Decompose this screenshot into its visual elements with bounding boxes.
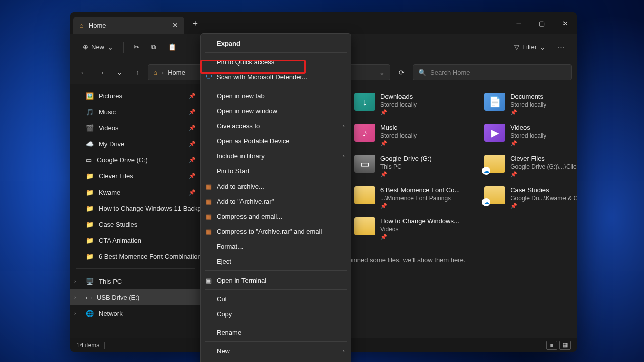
- search-placeholder: Search Home: [430, 69, 470, 76]
- pin-icon: 📌: [189, 109, 196, 115]
- folder-icon: ▭: [86, 156, 92, 164]
- close-tab-icon[interactable]: ✕: [172, 21, 178, 29]
- menu-item-label: Open as Portable Device: [217, 137, 290, 145]
- close-button[interactable]: ✕: [553, 12, 577, 34]
- folder-item[interactable]: ▭Google Drive (G:)This PC📌: [352, 153, 462, 180]
- folder-icon: 📁: [86, 237, 94, 244]
- menu-item-label: Open in Terminal: [217, 277, 266, 284]
- sidebar-item[interactable]: ☁️My Drive📌: [70, 136, 201, 152]
- minimize-button[interactable]: ─: [507, 12, 530, 34]
- context-menu-item[interactable]: ▦Compress and email...: [201, 209, 351, 224]
- forward-button[interactable]: →: [94, 65, 109, 80]
- folder-item[interactable]: ♪MusicStored locally📌: [352, 122, 462, 149]
- menu-item-label: Cut: [217, 295, 227, 303]
- context-menu-item[interactable]: Pin to Start: [201, 163, 351, 178]
- breadcrumb[interactable]: Home: [168, 69, 185, 76]
- pin-icon: 📌: [380, 203, 460, 209]
- context-menu-item[interactable]: Include in library›: [201, 148, 351, 163]
- sidebar-item[interactable]: 📁Kwame📌: [70, 184, 201, 200]
- context-menu-item[interactable]: 🛡Scan with Microsoft Defender...: [201, 69, 351, 84]
- menu-item-icon: 🛡: [205, 73, 213, 81]
- chevron-right-icon: ›: [74, 311, 76, 316]
- folder-icon: [484, 155, 505, 173]
- context-menu-item[interactable]: Eject: [201, 254, 351, 269]
- menu-item-label: Rename: [217, 329, 242, 336]
- sidebar-item[interactable]: 📁How to Change Windows 11 Backgrou: [70, 200, 201, 216]
- folder-item[interactable]: How to Change Windows...Videos📌: [352, 215, 462, 242]
- context-menu-item[interactable]: Expand: [201, 36, 351, 51]
- sidebar-item-label: My Drive: [99, 140, 124, 148]
- cut-button[interactable]: ✂: [129, 40, 144, 54]
- menu-item-label: Pin to Quick access: [217, 58, 274, 66]
- sidebar-item[interactable]: 📁Clever Files📌: [70, 168, 201, 184]
- folder-name: Documents: [510, 93, 546, 100]
- sidebar-item[interactable]: 📁6 Best Momence Font Combinations fo: [70, 248, 201, 264]
- sidebar-item[interactable]: 📁CTA Animation: [70, 232, 201, 248]
- menu-item-icon: ▦: [205, 213, 213, 220]
- context-menu-item[interactable]: Open as Portable Device: [201, 133, 351, 148]
- ellipsis-icon: ⋯: [558, 43, 565, 51]
- up-button[interactable]: ↑: [130, 65, 145, 80]
- new-tab-button[interactable]: ＋: [184, 18, 206, 29]
- recent-locations-button[interactable]: ⌄: [112, 65, 127, 80]
- more-button[interactable]: ⋯: [553, 40, 570, 54]
- sidebar-item-label: USB Drive (E:): [97, 294, 139, 301]
- folder-item[interactable]: 6 Best Momence Font Co......\Momence Fon…: [352, 184, 462, 211]
- folder-item[interactable]: 📄DocumentsStored locally📌: [482, 90, 577, 118]
- sidebar-item-label: How to Change Windows 11 Backgrou: [99, 205, 201, 212]
- sidebar-item[interactable]: ▭Google Drive (G:)📌: [70, 152, 201, 168]
- context-menu-item[interactable]: ▣Open in Terminal: [201, 273, 351, 288]
- folder-name: Music: [380, 124, 417, 131]
- context-menu-item[interactable]: Rename: [201, 325, 351, 340]
- menu-item-label: Expand: [217, 40, 240, 47]
- context-menu-item[interactable]: Format...: [201, 239, 351, 254]
- context-menu-item[interactable]: ▦Add to archive...: [201, 178, 351, 194]
- context-menu-item[interactable]: New›: [201, 343, 351, 358]
- sidebar-tree-item[interactable]: ›🖥️This PC: [70, 273, 201, 289]
- menu-item-icon: ▦: [205, 228, 213, 235]
- new-button[interactable]: ⊕ New ⌄: [77, 40, 118, 54]
- sidebar-tree-item[interactable]: ›▭USB Drive (E:): [70, 289, 201, 305]
- titlebar: ⌂ Home ✕ ＋ ─ ▢ ✕: [70, 12, 577, 34]
- menu-item-label: Format...: [217, 243, 243, 250]
- sidebar-item[interactable]: 🖼️Pictures📌: [70, 87, 201, 104]
- details-view-button[interactable]: ≡: [546, 341, 557, 350]
- folder-icon: 📁: [86, 221, 94, 228]
- maximize-button[interactable]: ▢: [530, 12, 553, 34]
- folder-item[interactable]: Clever FilesGoogle Drive (G:)\...\Client…: [482, 153, 577, 180]
- filter-button[interactable]: ▽ Filter ⌄: [509, 40, 551, 54]
- chevron-down-icon[interactable]: ⌄: [379, 69, 385, 76]
- icons-view-button[interactable]: ▦: [559, 341, 571, 350]
- paste-button[interactable]: 📋: [163, 40, 181, 54]
- chevron-right-icon: ›: [74, 295, 76, 300]
- menu-item-label: Include in library: [217, 152, 265, 160]
- context-menu-item[interactable]: Pin to Quick access: [201, 54, 351, 69]
- sidebar-tree-item[interactable]: ›🌐Network: [70, 305, 201, 321]
- chevron-down-icon: ⌄: [540, 43, 546, 51]
- sidebar-item[interactable]: 📁Case Studies: [70, 216, 201, 232]
- sidebar-item[interactable]: 🎬Videos📌: [70, 120, 201, 136]
- folder-item[interactable]: Case StudiesGoogle Dri...\Kwame & Co📌: [482, 184, 577, 211]
- pin-icon: 📌: [189, 173, 196, 179]
- sidebar-item-label: Videos: [99, 124, 119, 132]
- context-menu-item[interactable]: Give access to›: [201, 118, 351, 133]
- context-menu-item[interactable]: Copy: [201, 306, 351, 321]
- home-icon: ⌂: [153, 69, 157, 76]
- context-menu-item[interactable]: Cut: [201, 291, 351, 306]
- folder-item[interactable]: ↓DownloadsStored locally📌: [352, 90, 462, 118]
- sidebar-item-label: Pictures: [99, 92, 122, 100]
- context-menu-item[interactable]: ▦Add to "Archive.rar": [201, 194, 351, 209]
- back-button[interactable]: ←: [75, 65, 91, 80]
- context-menu-item[interactable]: ▦Compress to "Archive.rar" and email: [201, 224, 351, 239]
- context-menu-item[interactable]: Open in new window: [201, 103, 351, 118]
- pin-icon: 📌: [189, 125, 196, 131]
- folder-icon: 📁: [86, 189, 94, 196]
- folder-item[interactable]: ▶VideosStored locally📌: [482, 122, 577, 149]
- context-menu-item[interactable]: Open in new tab: [201, 88, 351, 103]
- refresh-button[interactable]: ⟳: [393, 64, 410, 80]
- sidebar-item[interactable]: 🎵Music📌: [70, 104, 201, 120]
- copy-button[interactable]: ⧉: [146, 40, 161, 54]
- tab-home[interactable]: ⌂ Home ✕: [73, 17, 184, 34]
- folder-icon: ☁️: [86, 140, 94, 148]
- search-input[interactable]: 🔍 Search Home: [413, 64, 572, 80]
